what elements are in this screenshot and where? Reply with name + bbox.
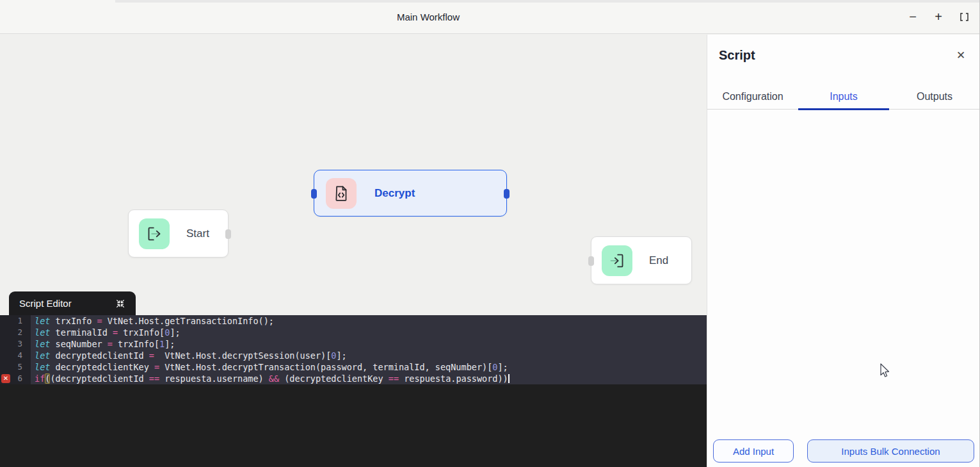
end-icon xyxy=(602,245,632,276)
line-number: 2 xyxy=(0,327,31,338)
code-line-1[interactable]: 1let trxInfo = VtNet.Host.getTransaction… xyxy=(0,315,707,327)
close-icon[interactable]: ✕ xyxy=(953,47,968,63)
error-marker-icon: ✕ xyxy=(1,374,10,383)
code-line-6[interactable]: ✕6if((decryptedclientId == respuesta.use… xyxy=(0,373,707,384)
collapse-icon[interactable] xyxy=(115,299,125,309)
decrypt-input-handle[interactable] xyxy=(311,189,317,199)
node-start[interactable]: Start xyxy=(128,209,229,258)
script-editor-title: Script Editor xyxy=(19,298,115,309)
code-content[interactable]: let decryptedclientKey = VtNet.Host.decr… xyxy=(31,361,707,373)
panel-tabs: Configuration Inputs Outputs xyxy=(707,83,980,110)
panel-title: Script xyxy=(719,48,755,63)
code-content[interactable]: let seqNumber = trxInfo[1]; xyxy=(31,338,707,350)
start-icon xyxy=(139,218,170,249)
code-content[interactable]: if((decryptedclientId == respuesta.usern… xyxy=(31,373,707,384)
tab-inputs[interactable]: Inputs xyxy=(798,83,889,109)
code-line-2[interactable]: 2let terminalId = trxInfo[0]; xyxy=(0,327,707,338)
line-number: 4 xyxy=(0,350,31,361)
add-input-button[interactable]: Add Input xyxy=(713,439,794,463)
tab-configuration[interactable]: Configuration xyxy=(707,83,798,109)
line-number: 5 xyxy=(0,361,31,373)
code-lines: 1let trxInfo = VtNet.Host.getTransaction… xyxy=(0,315,707,384)
mouse-cursor xyxy=(878,363,890,379)
workflow-title: Main Workflow xyxy=(397,0,460,34)
script-properties-panel: Script ✕ Configuration Inputs Outputs Ad… xyxy=(707,35,980,467)
script-file-icon xyxy=(326,178,357,209)
code-content[interactable]: let trxInfo = VtNet.Host.getTransactionI… xyxy=(31,315,707,327)
add-tab-icon[interactable]: + xyxy=(931,10,945,24)
titlebar-top-strip xyxy=(115,0,980,3)
titlebar: Main Workflow − + xyxy=(0,0,980,34)
line-number: 1 xyxy=(0,315,31,327)
node-decrypt[interactable]: Decrypt xyxy=(314,170,507,217)
node-end[interactable]: End xyxy=(591,236,692,284)
code-content[interactable]: let terminalId = trxInfo[0]; xyxy=(31,327,707,338)
start-output-handle[interactable] xyxy=(225,229,231,239)
code-editor[interactable]: 1let trxInfo = VtNet.Host.getTransaction… xyxy=(0,315,707,467)
node-label: End xyxy=(649,254,668,267)
tab-outputs[interactable]: Outputs xyxy=(889,83,980,109)
code-line-4[interactable]: 4let decryptedclientId = VtNet.Host.decr… xyxy=(0,350,707,361)
node-label: Decrypt xyxy=(374,187,415,200)
line-number: 3 xyxy=(0,338,31,350)
code-line-3[interactable]: 3let seqNumber = trxInfo[1]; xyxy=(0,338,707,350)
text-caret xyxy=(508,374,510,383)
script-editor-tab[interactable]: Script Editor xyxy=(9,291,136,315)
node-label: Start xyxy=(186,227,209,240)
inputs-bulk-connection-button[interactable]: Inputs Bulk Connection xyxy=(807,439,974,463)
code-line-5[interactable]: 5let decryptedclientKey = VtNet.Host.dec… xyxy=(0,361,707,373)
decrypt-output-handle[interactable] xyxy=(504,189,510,199)
window-controls: − + xyxy=(906,0,971,34)
panel-footer: Add Input Inputs Bulk Connection xyxy=(713,439,974,463)
end-input-handle[interactable] xyxy=(588,256,594,266)
expand-icon[interactable] xyxy=(957,10,971,24)
line-number: ✕6 xyxy=(0,373,31,384)
code-content[interactable]: let decryptedclientId = VtNet.Host.decry… xyxy=(31,350,707,361)
minimize-icon[interactable]: − xyxy=(906,10,920,24)
